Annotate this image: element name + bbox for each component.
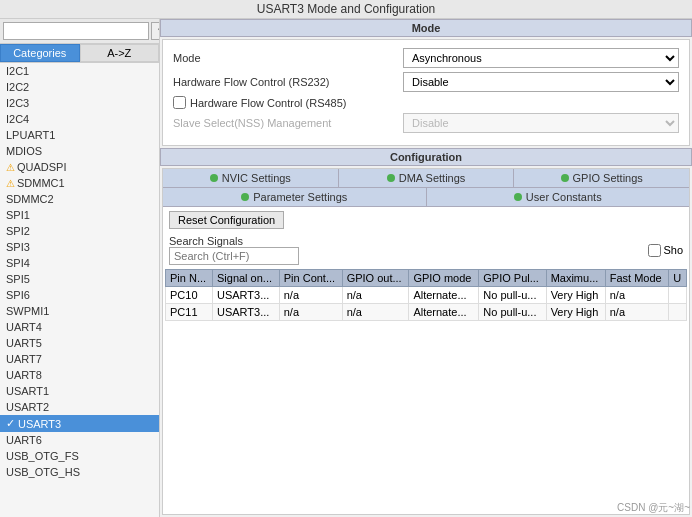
table-cell [669, 287, 687, 304]
sidebar-item-usart2[interactable]: USART2 [0, 399, 159, 415]
sidebar-item-uart8[interactable]: UART8 [0, 367, 159, 383]
sidebar-item-usart3[interactable]: ✓USART3 [0, 415, 159, 432]
table-cell [669, 304, 687, 321]
sidebar-item-label: MDIOS [6, 145, 42, 157]
tab-az[interactable]: A->Z [80, 44, 160, 62]
sidebar-item-label: I2C1 [6, 65, 29, 77]
tab-label: User Constants [526, 191, 602, 203]
config-tabs-row2: Parameter SettingsUser Constants [163, 188, 689, 207]
sidebar-item-i2c4[interactable]: I2C4 [0, 111, 159, 127]
show-checkbox-area: Sho [648, 244, 683, 257]
sidebar-item-label: SPI1 [6, 209, 30, 221]
config-tab-nvic-settings[interactable]: NVIC Settings [163, 169, 339, 187]
hwflow232-select[interactable]: Disable [403, 72, 679, 92]
sidebar-item-uart4[interactable]: UART4 [0, 319, 159, 335]
signals-table: Pin N...Signal on...Pin Cont...GPIO out.… [165, 269, 687, 321]
sidebar-item-spi2[interactable]: SPI2 [0, 223, 159, 239]
table-row[interactable]: PC10USART3...n/an/aAlternate...No pull-u… [166, 287, 687, 304]
config-tab-user-constants[interactable]: User Constants [427, 188, 690, 206]
sidebar-item-spi4[interactable]: SPI4 [0, 255, 159, 271]
sidebar-item-label: QUADSPI [17, 161, 67, 173]
mode-section-header: Mode [160, 19, 692, 37]
mode-section: Mode Asynchronous Hardware Flow Control … [162, 39, 690, 146]
mode-row-slavenss: Slave Select(NSS) Management Disable [173, 113, 679, 133]
tab-label: DMA Settings [399, 172, 466, 184]
sidebar-item-label: UART5 [6, 337, 42, 349]
app-title: USART3 Mode and Configuration [257, 2, 436, 16]
content-area: Mode Mode Asynchronous Hardware Flow Con… [160, 19, 692, 517]
warning-icon: ⚠ [6, 178, 15, 189]
sidebar-item-label: SPI6 [6, 289, 30, 301]
sidebar-item-uart6[interactable]: UART6 [0, 432, 159, 448]
table-col-header: U [669, 270, 687, 287]
config-section: NVIC SettingsDMA SettingsGPIO Settings P… [162, 168, 690, 515]
sidebar-item-i2c1[interactable]: I2C1 [0, 63, 159, 79]
sidebar: ▼ ⚙ Categories A->Z I2C1I2C2I2C3I2C4LPUA… [0, 19, 160, 517]
slavenss-select[interactable]: Disable [403, 113, 679, 133]
search-signals-input[interactable] [169, 247, 299, 265]
active-dot-icon [514, 193, 522, 201]
hwflow485-label: Hardware Flow Control (RS485) [173, 96, 403, 109]
sidebar-item-label: SWPMI1 [6, 305, 49, 317]
sidebar-item-spi3[interactable]: SPI3 [0, 239, 159, 255]
sidebar-item-sdmmc1[interactable]: ⚠SDMMC1 [0, 175, 159, 191]
sidebar-tabs: Categories A->Z [0, 44, 159, 63]
table-cell: n/a [605, 287, 669, 304]
reset-config-button[interactable]: Reset Configuration [169, 211, 284, 229]
sidebar-item-i2c2[interactable]: I2C2 [0, 79, 159, 95]
sidebar-item-sdmmc2[interactable]: SDMMC2 [0, 191, 159, 207]
sidebar-item-label: UART8 [6, 369, 42, 381]
table-body: PC10USART3...n/an/aAlternate...No pull-u… [166, 287, 687, 321]
sidebar-item-label: SDMMC2 [6, 193, 54, 205]
table-cell: No pull-u... [479, 304, 546, 321]
sidebar-item-label: I2C2 [6, 81, 29, 93]
sidebar-item-spi1[interactable]: SPI1 [0, 207, 159, 223]
sidebar-item-label: I2C4 [6, 113, 29, 125]
table-header: Pin N...Signal on...Pin Cont...GPIO out.… [166, 270, 687, 287]
sidebar-item-i2c3[interactable]: I2C3 [0, 95, 159, 111]
sidebar-item-mdios[interactable]: MDIOS [0, 143, 159, 159]
sidebar-item-uart5[interactable]: UART5 [0, 335, 159, 351]
title-bar: USART3 Mode and Configuration [0, 0, 692, 19]
sidebar-search-input[interactable] [3, 22, 149, 40]
table-col-header: Signal on... [212, 270, 279, 287]
table-cell: n/a [279, 304, 342, 321]
table-cell: PC10 [166, 287, 213, 304]
config-tab-gpio-settings[interactable]: GPIO Settings [514, 169, 689, 187]
tab-categories[interactable]: Categories [0, 44, 80, 62]
slavenss-label: Slave Select(NSS) Management [173, 117, 403, 129]
config-tab-dma-settings[interactable]: DMA Settings [339, 169, 515, 187]
sidebar-item-uart7[interactable]: UART7 [0, 351, 159, 367]
sidebar-item-lpuart1[interactable]: LPUART1 [0, 127, 159, 143]
hwflow485-checkbox[interactable] [173, 96, 186, 109]
table-cell: n/a [605, 304, 669, 321]
table-col-header: Maximu... [546, 270, 605, 287]
sidebar-item-label: UART7 [6, 353, 42, 365]
table-col-header: Pin Cont... [279, 270, 342, 287]
sidebar-item-spi5[interactable]: SPI5 [0, 271, 159, 287]
sidebar-dropdown[interactable]: ▼ [151, 22, 160, 40]
sidebar-search-bar: ▼ ⚙ [0, 19, 159, 44]
table-cell: USART3... [212, 287, 279, 304]
show-checkbox[interactable] [648, 244, 661, 257]
sidebar-item-label: SPI2 [6, 225, 30, 237]
config-section-header: Configuration [160, 148, 692, 166]
tab-label: Parameter Settings [253, 191, 347, 203]
sidebar-item-label: USART3 [18, 418, 61, 430]
sidebar-item-swpmi1[interactable]: SWPMI1 [0, 303, 159, 319]
sidebar-item-usart1[interactable]: USART1 [0, 383, 159, 399]
table-row[interactable]: PC11USART3...n/an/aAlternate...No pull-u… [166, 304, 687, 321]
search-signals-group: Search Signals [169, 235, 299, 265]
sidebar-item-spi6[interactable]: SPI6 [0, 287, 159, 303]
sidebar-item-usb_otg_fs[interactable]: USB_OTG_FS [0, 448, 159, 464]
sidebar-item-quadspi[interactable]: ⚠QUADSPI [0, 159, 159, 175]
sidebar-item-usb_otg_hs[interactable]: USB_OTG_HS [0, 464, 159, 480]
sidebar-item-label: USART2 [6, 401, 49, 413]
active-dot-icon [210, 174, 218, 182]
tab-label: GPIO Settings [573, 172, 643, 184]
mode-select[interactable]: Asynchronous [403, 48, 679, 68]
config-tab-parameter-settings[interactable]: Parameter Settings [163, 188, 427, 206]
table-cell: Alternate... [409, 287, 479, 304]
table-header-row: Pin N...Signal on...Pin Cont...GPIO out.… [166, 270, 687, 287]
sidebar-item-label: USB_OTG_FS [6, 450, 79, 462]
